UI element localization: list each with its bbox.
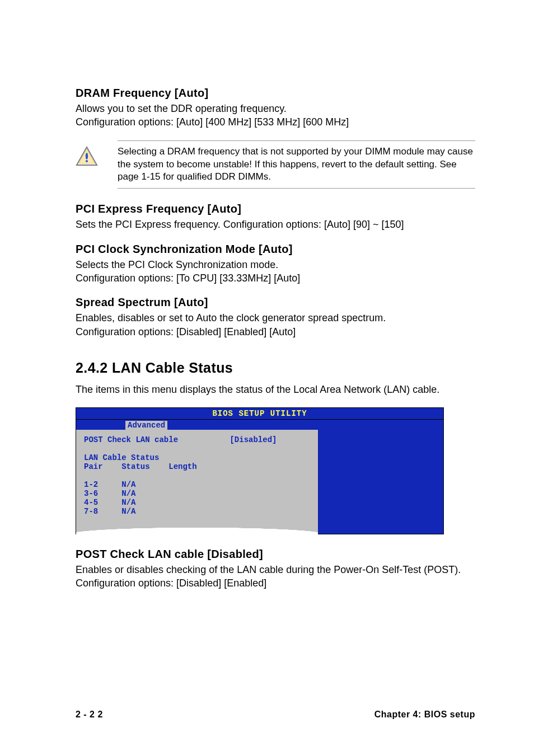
page-footer: 2 - 2 2 Chapter 4: BIOS setup — [76, 710, 475, 720]
bios-row-post-check-label: POST Check LAN cable — [84, 435, 178, 444]
bios-status-header: LAN Cable Status — [84, 453, 159, 462]
table-row: 4-5 N/A — [84, 498, 135, 507]
svg-point-0 — [86, 153, 88, 159]
heading-dram-frequency: DRAM Frequency [Auto] — [76, 87, 475, 100]
note-callout: Selecting a DRAM frequency that is not s… — [76, 140, 475, 189]
text-spread-spectrum: Enables, disables or set to Auto the clo… — [76, 311, 475, 339]
table-row: 1-2 N/A — [84, 480, 135, 489]
text-pci-express-frequency: Sets the PCI Express frequency. Configur… — [76, 218, 475, 231]
bios-row-post-check-value: [Disabled] — [229, 435, 277, 444]
heading-pci-express-frequency: PCI Express Frequency [Auto] — [76, 203, 475, 215]
bios-title: BIOS SETUP UTILITY — [76, 407, 444, 420]
heading-pci-clock-sync: PCI Clock Synchronization Mode [Auto] — [76, 243, 475, 256]
text-dram-frequency: Allows you to set the DDR operating freq… — [76, 102, 475, 129]
table-row: 3-6 N/A — [84, 489, 135, 498]
warning-icon — [76, 146, 98, 168]
page-number: 2 - 2 2 — [76, 710, 103, 720]
text-post-check-lan-cable: Enables or disables checking of the LAN … — [76, 563, 475, 590]
bios-tab-advanced: Advanced — [125, 421, 167, 430]
heading-post-check-lan-cable: POST Check LAN cable [Disabled] — [76, 548, 475, 561]
bios-content-pane: POST Check LAN cable [Disabled] LAN Cabl… — [76, 430, 318, 534]
heading-lan-cable-status: 2.4.2 LAN Cable Status — [76, 360, 475, 376]
bios-tab-row: Advanced — [76, 420, 444, 430]
table-row: 7-8 N/A — [84, 507, 135, 516]
bios-screenshot: BIOS SETUP UTILITY Advanced POST Check L… — [76, 407, 444, 534]
bios-help-pane — [318, 430, 443, 534]
heading-spread-spectrum: Spread Spectrum [Auto] — [76, 296, 475, 309]
text-pci-clock-sync: Selects the PCI Clock Synchronization mo… — [76, 258, 475, 285]
text-lan-cable-status: The items in this menu displays the stat… — [76, 383, 475, 396]
svg-point-1 — [86, 160, 88, 162]
chapter-label: Chapter 4: BIOS setup — [374, 710, 475, 720]
bios-table-header: Pair Status Length — [84, 462, 197, 471]
note-text: Selecting a DRAM frequency that is not s… — [118, 140, 475, 189]
